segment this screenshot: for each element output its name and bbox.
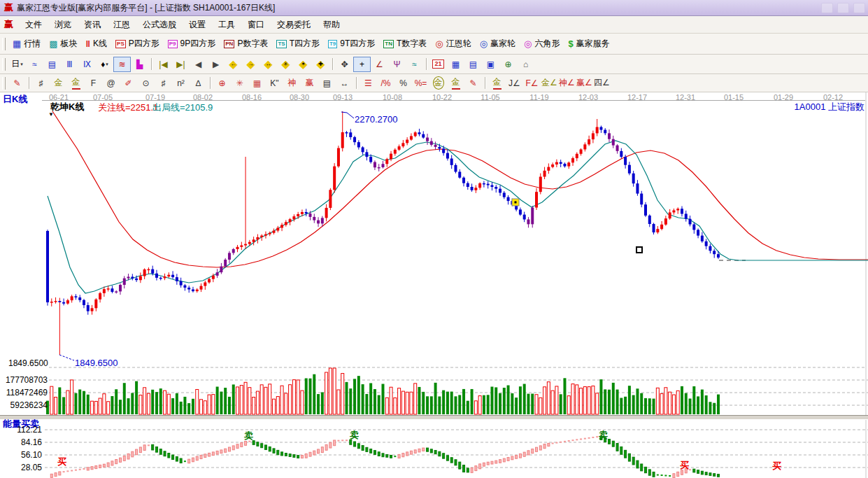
candles: [46, 111, 720, 355]
save-icon[interactable]: ▣: [483, 57, 499, 71]
menu-item-3[interactable]: 江恩: [107, 17, 136, 33]
four-way-icon[interactable]: ◆✚: [313, 57, 329, 71]
spiral-icon[interactable]: @: [103, 76, 119, 90]
win-angle-icon[interactable]: 赢∠: [576, 76, 592, 90]
wave9-icon[interactable]: Ⅸ: [79, 57, 95, 71]
width-measure-icon[interactable]: ↔: [336, 76, 353, 90]
time-cycle-icon[interactable]: ⊙: [138, 76, 154, 90]
percent-line-icon[interactable]: %=: [413, 76, 429, 90]
p-number-table-button[interactable]: PNP数字表: [220, 36, 272, 51]
gold-base-icon[interactable]: 金: [489, 76, 505, 90]
menu-item-5[interactable]: 设置: [183, 17, 212, 33]
gann-comb-icon[interactable]: ♯: [33, 76, 49, 90]
wave3-icon[interactable]: Ⅲ: [62, 57, 78, 71]
price-ladder-icon[interactable]: ☰: [360, 76, 376, 90]
t-percent-icon[interactable]: /%: [378, 76, 394, 90]
crosshair-tool-icon[interactable]: +: [354, 57, 370, 71]
toolbar-separator: [29, 77, 29, 89]
overlay-curve-icon[interactable]: ≈: [27, 57, 43, 71]
winner-wheel-button[interactable]: ◎赢家轮: [476, 36, 520, 51]
comb2-icon[interactable]: ♯: [155, 76, 171, 90]
gold-lines-icon[interactable]: 金: [448, 76, 464, 90]
win-web-icon[interactable]: 赢: [301, 76, 318, 90]
angle-mirror-icon[interactable]: ∆: [190, 76, 206, 90]
gann-shape-icon[interactable]: Ψ: [389, 57, 405, 71]
toolbar-market: ▦行情▩板块‖K线PSP四方形P99P四方形PNP数字表TST四方形T99T四方…: [0, 34, 868, 55]
workstation-icon[interactable]: ⌂: [518, 57, 534, 71]
percent-icon[interactable]: %: [395, 76, 411, 90]
target-icon[interactable]: ⊕: [214, 76, 230, 90]
info-list-icon[interactable]: ▤: [44, 57, 60, 71]
qiankun-kline-icon[interactable]: ≋: [114, 57, 130, 71]
calendar-icon[interactable]: 21: [430, 57, 446, 71]
star-web-icon[interactable]: ✳: [232, 76, 248, 90]
gold-comb-icon[interactable]: 金: [50, 76, 66, 90]
last-bar-icon[interactable]: ▶|: [173, 57, 189, 71]
t-number-table-button[interactable]: TNT数字表: [379, 36, 431, 51]
sectors-button[interactable]: ▩板块: [45, 36, 81, 51]
hexagon-button-icon: ◎: [524, 39, 532, 49]
period-daily-dropdown[interactable]: 日▾: [9, 57, 25, 71]
flag-brush-icon[interactable]: ✎: [465, 76, 481, 90]
ruler123-icon[interactable]: ▤: [319, 76, 335, 90]
toolbar-grip[interactable]: [2, 58, 6, 71]
menu-item-8[interactable]: 交易委托: [271, 17, 317, 33]
expand-horizontal-icon[interactable]: ◆↔: [260, 57, 276, 71]
menu-item-4[interactable]: 公式选股: [136, 17, 183, 33]
f-angle-icon[interactable]: F∠: [524, 76, 540, 90]
toolbar-grip[interactable]: [2, 77, 6, 90]
report-icon[interactable]: ▤: [465, 57, 481, 71]
shen-angle-icon[interactable]: 神∠: [559, 76, 575, 90]
grid-web-icon[interactable]: ▦: [249, 76, 265, 90]
menu-item-0[interactable]: 文件: [19, 17, 48, 33]
t-square-button[interactable]: TST四方形: [272, 36, 324, 51]
f-comb-icon[interactable]: F: [85, 76, 101, 90]
menu-item-2[interactable]: 资讯: [78, 17, 107, 33]
hexagon-button[interactable]: ◎六角形: [520, 36, 564, 51]
menu-item-9[interactable]: 帮助: [317, 17, 346, 33]
prev-bar-icon[interactable]: ◀: [190, 57, 206, 71]
volume-profile-icon[interactable]: ▙: [131, 57, 148, 71]
n-square-icon[interactable]: n²: [173, 76, 189, 90]
menu-item-6[interactable]: 工具: [212, 17, 241, 33]
kline-button[interactable]: ‖K线: [82, 36, 111, 51]
shen-web-icon[interactable]: 神: [284, 76, 300, 90]
si-angle-icon[interactable]: 四∠: [594, 76, 610, 90]
brush-icon[interactable]: ✎: [9, 76, 25, 90]
first-bar-icon[interactable]: |◀: [155, 57, 171, 71]
p-square-button[interactable]: PSP四方形: [111, 36, 164, 51]
shift-right-icon[interactable]: ◆→: [243, 57, 259, 71]
window-minimize-button[interactable]: [821, 3, 833, 13]
menu-item-7[interactable]: 窗口: [241, 17, 271, 33]
t9-square-button[interactable]: T99T四方形: [324, 36, 379, 51]
hand-tool-icon[interactable]: ✥: [336, 57, 353, 71]
winner-service-button[interactable]: $赢家服务: [564, 36, 613, 51]
gold-comb2-icon[interactable]: 金: [68, 76, 84, 90]
shift-left-icon[interactable]: ◆←: [225, 57, 241, 71]
menu-item-1[interactable]: 浏览: [48, 17, 78, 33]
p9-square-button[interactable]: P99P四方形: [164, 36, 220, 51]
toolbar-grip[interactable]: [2, 38, 6, 50]
web-export-icon[interactable]: ⊕: [500, 57, 516, 71]
quotes-button[interactable]: ▦行情: [8, 36, 45, 51]
compress-icon[interactable]: ◆✳: [278, 57, 294, 71]
gold-angle-icon[interactable]: 金∠: [541, 76, 557, 90]
gann-wheel-button[interactable]: ◎江恩轮: [431, 36, 475, 51]
window-restore-button[interactable]: [837, 3, 849, 13]
j-angle-icon[interactable]: J∠: [506, 76, 522, 90]
gold-circle-icon[interactable]: 金: [430, 76, 446, 90]
t-number-table-button-icon: TN: [383, 40, 394, 48]
k-quote-icon[interactable]: K": [266, 76, 283, 90]
menu-logo-icon: 赢: [4, 18, 13, 31]
elliott-wave-icon[interactable]: ≈: [406, 57, 422, 71]
chart-canvas[interactable]: [0, 92, 868, 478]
next-bar-icon[interactable]: ▶: [208, 57, 224, 71]
candle-type-dropdown[interactable]: ♦▾: [97, 57, 113, 71]
brush-ruler-icon[interactable]: ✐: [120, 76, 136, 90]
calculator-icon[interactable]: ▦: [448, 57, 464, 71]
window-close-button[interactable]: [853, 3, 865, 13]
title-bar[interactable]: 赢 赢家江恩专业版[赢家内部服务平台] - [上证指数 SH1A0001-167…: [0, 0, 868, 16]
expand-all-icon[interactable]: ◆✶: [295, 57, 311, 71]
angle-measure-icon[interactable]: ∠: [371, 57, 387, 71]
chart-area: 日K线 乾坤K线 ▼ 关注线=2251.1 出局线=2105.9 1A0001 …: [0, 92, 868, 478]
